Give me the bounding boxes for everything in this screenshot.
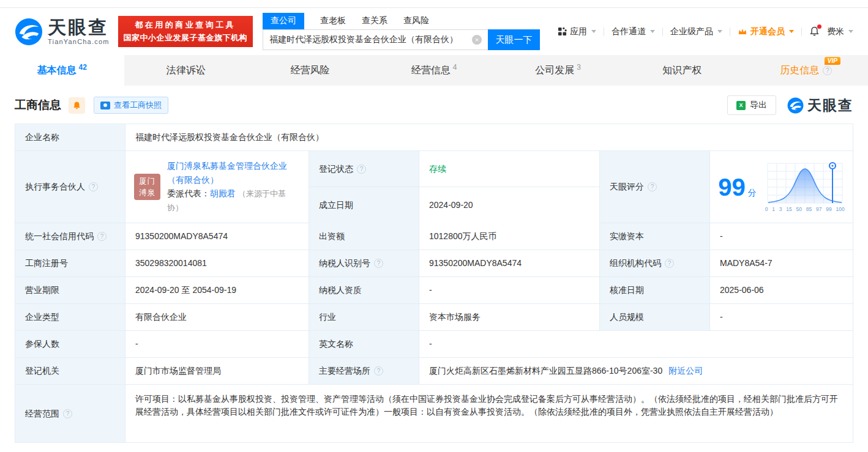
field-org-code-value: MADY8A54-7: [710, 250, 853, 277]
export-button[interactable]: X 导出: [727, 95, 776, 115]
top-strip: [0, 0, 868, 8]
chevron-down-icon: [848, 30, 853, 33]
help-icon[interactable]: ?: [374, 366, 383, 376]
field-english-name-label: 英文名称: [309, 331, 419, 358]
search-input[interactable]: [263, 29, 488, 50]
field-insured-count-label: 参保人数: [15, 331, 125, 358]
field-business-place-label: 主要经营场所 ?: [309, 358, 419, 385]
field-reg-authority-label: 登记机关: [15, 358, 125, 385]
field-taxpayer-id-value: 91350200MADY8A5474: [419, 250, 600, 277]
divider: [604, 28, 604, 36]
clear-search-icon[interactable]: ×: [472, 35, 482, 45]
field-establish-date-value: 2024-09-20: [419, 187, 599, 223]
field-executive-partner-value: 厦门 溥泉 厦门溥泉私募基金管理合伙企业（有限合伙） 委派代表：胡殿君 （来源于…: [125, 151, 309, 223]
excel-icon: X: [736, 101, 746, 110]
field-credit-code-label: 统一社会信用代码 ?: [15, 223, 125, 250]
field-industry-label: 行业: [309, 304, 419, 331]
field-establish-date-label: 成立日期: [309, 187, 419, 223]
help-icon[interactable]: ?: [665, 259, 674, 268]
view-snapshot-button[interactable]: 查看工商快照: [94, 97, 168, 114]
help-icon[interactable]: ?: [823, 66, 832, 75]
search-tab-relation[interactable]: 查关系: [362, 13, 387, 29]
tab-legal-litigation[interactable]: 法律诉讼: [124, 55, 249, 86]
logo-brand-text: 天眼查: [48, 18, 110, 37]
field-score-label: 天眼评分 ?: [600, 151, 710, 223]
status-date-subtable: 登记状态 ? 存续 成立日期 2024-09-20: [309, 151, 600, 223]
partner-company-link[interactable]: 厦门溥泉私募基金管理合伙企业（有限合伙）: [167, 161, 287, 184]
tab-count: 4: [453, 63, 457, 72]
field-business-scope-label: 经营范围 ?: [15, 385, 125, 442]
logo-domain-text: TianYanCha.com: [48, 39, 110, 45]
field-company-type-label: 企业类型: [15, 304, 125, 331]
help-icon[interactable]: ?: [357, 165, 366, 174]
field-org-code-label: 组织机构代码 ?: [600, 250, 710, 277]
tianyancha-swirl-icon: [787, 97, 804, 114]
field-industry-value: 资本市场服务: [419, 304, 600, 331]
field-business-term-value: 2024-09-20 至 2054-09-19: [125, 277, 309, 304]
field-approval-date-value: 2025-06-06: [710, 277, 853, 304]
help-icon[interactable]: ?: [374, 259, 383, 268]
tab-basic-info[interactable]: 基本信息 42: [0, 55, 124, 86]
field-english-name-value: -: [419, 331, 853, 358]
notification-badge: [817, 24, 821, 29]
notifications-bell-icon[interactable]: [809, 26, 820, 37]
business-info-section-header: 工商信息 查看工商快照 X 导出 天眼查: [0, 86, 868, 122]
apps-grid-icon: [558, 27, 567, 36]
menu-enterprise-products[interactable]: 企业级产品: [670, 26, 722, 37]
menu-partner-channel[interactable]: 合作通道: [612, 26, 655, 37]
search-button[interactable]: 天眼一下: [488, 29, 540, 50]
menu-apps[interactable]: 应用: [558, 26, 596, 37]
crown-icon: [738, 28, 747, 36]
field-approval-date-label: 核准日期: [600, 277, 710, 304]
field-taxpayer-quality-value: -: [419, 277, 600, 304]
tianyancha-swirl-icon: [15, 18, 43, 46]
chevron-down-icon: [717, 30, 722, 33]
help-icon[interactable]: ?: [63, 409, 72, 418]
section-title: 工商信息: [15, 97, 61, 113]
field-credit-code-value: 91350200MADY8A5474: [125, 223, 309, 250]
nearby-companies-link[interactable]: 附近公司: [668, 365, 703, 377]
menu-open-vip[interactable]: 开通会员: [738, 26, 794, 37]
menu-user-account[interactable]: 费米: [827, 26, 853, 37]
partner-avatar[interactable]: 厦门 溥泉: [134, 174, 160, 200]
monitor-bell-button[interactable]: [69, 97, 85, 114]
tab-company-development[interactable]: 公司发展 3: [496, 55, 620, 86]
business-registration-table: 企业名称 福建时代泽远股权投资基金合伙企业（有限合伙） 执行事务合伙人 ? 厦门…: [15, 124, 853, 443]
top-menu: 应用 合作通道 企业级产品 开通会员: [558, 26, 853, 37]
field-business-scope-value: 许可项目：以私募基金从事股权投资、投资管理、资产管理等活动（须在中国证券投资基金…: [125, 385, 853, 442]
tianyancha-logo[interactable]: 天眼查 TianYanCha.com: [15, 18, 110, 46]
status-badge: 存续: [429, 163, 446, 176]
help-icon[interactable]: ?: [97, 232, 107, 241]
search-tab-company[interactable]: 查公司: [263, 13, 304, 29]
field-score-value: 99 分: [710, 151, 853, 223]
divider: [801, 28, 802, 36]
representative-link[interactable]: 胡殿君: [210, 188, 236, 198]
field-company-type-value: 有限合伙企业: [125, 304, 309, 331]
field-taxpayer-quality-label: 纳税人资质: [309, 277, 419, 304]
search-tab-boss[interactable]: 查老板: [320, 13, 346, 29]
divider: [730, 28, 730, 36]
field-staff-size-value: -: [710, 304, 853, 331]
chevron-down-icon: [591, 30, 596, 33]
vip-badge: VIP: [825, 57, 840, 65]
search-block: 查公司 查老板 查关系 查风险 × 天眼一下: [263, 13, 540, 50]
tab-operational-risk[interactable]: 经营风险: [248, 55, 372, 86]
field-company-name-value: 福建时代泽远股权投资基金合伙企业（有限合伙）: [125, 124, 853, 151]
field-reg-authority-value: 厦门市市场监督管理局: [125, 358, 309, 385]
divider: [662, 28, 663, 36]
site-header: 天眼查 TianYanCha.com 都在用的商业查询工具 国家中小企业发展子基…: [0, 8, 868, 55]
tab-count: 3: [577, 63, 581, 72]
help-icon[interactable]: ?: [89, 182, 98, 191]
field-capital-value: 1012800万人民币: [419, 223, 600, 250]
tab-intellectual-property[interactable]: 知识产权: [620, 55, 744, 86]
tab-business-info[interactable]: 经营信息 4: [372, 55, 496, 86]
watermark-logo: 天眼查: [787, 96, 853, 115]
field-taxpayer-id-label: 纳税人识别号 ?: [309, 250, 419, 277]
camera-icon: [100, 102, 110, 109]
score-number: 99: [718, 174, 746, 201]
field-reg-number-label: 工商注册号: [15, 250, 125, 277]
search-tab-risk[interactable]: 查风险: [403, 13, 429, 29]
chevron-down-icon: [650, 30, 655, 33]
tab-history-info[interactable]: 历史信息 ? VIP: [744, 55, 868, 86]
help-icon[interactable]: ?: [648, 182, 657, 191]
